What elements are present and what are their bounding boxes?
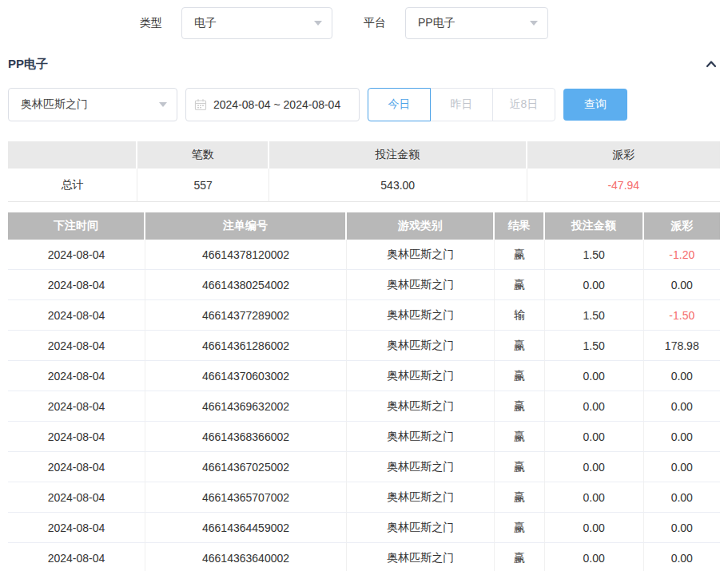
- table-row: 2024-08-0446614364459002奥林匹斯之门赢0.000.00: [8, 513, 720, 543]
- header-order-number: 注单编号: [145, 212, 347, 240]
- cell-bet-amount: 0.00: [545, 482, 644, 513]
- cell-order-number: 46614380254002: [145, 270, 347, 300]
- cell-bet-time: 2024-08-04: [8, 482, 145, 513]
- summary-payout-value: -47.94: [527, 169, 720, 202]
- table-row: 2024-08-0446614380254002奥林匹斯之门赢0.000.00: [8, 270, 720, 300]
- cell-game-category: 奥林匹斯之门: [347, 422, 495, 452]
- table-row: 2024-08-0446614361286002奥林匹斯之门赢1.50178.9…: [8, 331, 720, 361]
- cell-result: 赢: [495, 422, 544, 452]
- cell-bet-time: 2024-08-04: [8, 270, 145, 300]
- header-payout: 派彩: [644, 212, 720, 240]
- cell-bet-time: 2024-08-04: [8, 513, 145, 543]
- cell-game-category: 奥林匹斯之门: [347, 270, 495, 300]
- bets-table: 下注时间 注单编号 游戏类别 结果 投注金额 派彩 2024-08-044661…: [8, 212, 720, 571]
- cell-payout: 0.00: [644, 482, 720, 513]
- cell-payout: 0.00: [644, 270, 720, 300]
- cell-order-number: 46614378120002: [145, 240, 347, 270]
- cell-bet-time: 2024-08-04: [8, 543, 145, 571]
- cell-game-category: 奥林匹斯之门: [347, 240, 495, 270]
- cell-payout: 0.00: [644, 513, 720, 543]
- cell-bet-amount: 0.00: [545, 543, 644, 571]
- header-bet-amount: 投注金额: [545, 212, 644, 240]
- table-row: 2024-08-0446614368366002奥林匹斯之门赢0.000.00: [8, 422, 720, 452]
- cell-bet-amount: 0.00: [545, 361, 644, 391]
- type-select[interactable]: 电子: [181, 7, 332, 39]
- section-header: PP电子: [8, 56, 718, 72]
- cell-payout: 0.00: [644, 391, 720, 422]
- cell-order-number: 46614369632002: [145, 391, 347, 422]
- cell-game-category: 奥林匹斯之门: [347, 543, 495, 571]
- caret-down-icon: [314, 21, 322, 26]
- cell-bet-time: 2024-08-04: [8, 422, 145, 452]
- collapse-button[interactable]: [704, 57, 718, 71]
- cell-result: 赢: [495, 240, 544, 270]
- table-row: 2024-08-0446614363640002奥林匹斯之门赢0.000.00: [8, 543, 720, 571]
- platform-select[interactable]: PP电子: [405, 7, 548, 39]
- table-row: 2024-08-0446614365707002奥林匹斯之门赢0.000.00: [8, 482, 720, 513]
- table-row: 2024-08-0446614367025002奥林匹斯之门赢0.000.00: [8, 452, 720, 482]
- summary-total-row: 总计 557 543.00 -47.94: [8, 169, 720, 202]
- cell-result: 输: [495, 300, 544, 331]
- cell-result: 赢: [495, 331, 544, 361]
- cell-result: 赢: [495, 391, 544, 422]
- today-button[interactable]: 今日: [368, 88, 431, 121]
- calendar-icon: [194, 98, 207, 111]
- cell-bet-time: 2024-08-04: [8, 391, 145, 422]
- search-button[interactable]: 查询: [563, 89, 627, 121]
- cell-bet-time: 2024-08-04: [8, 300, 145, 331]
- cell-game-category: 奥林匹斯之门: [347, 361, 495, 391]
- cell-result: 赢: [495, 513, 544, 543]
- table-row: 2024-08-0446614378120002奥林匹斯之门赢1.50-1.20: [8, 240, 720, 270]
- cell-game-category: 奥林匹斯之门: [347, 452, 495, 482]
- cell-result: 赢: [495, 452, 544, 482]
- cell-order-number: 46614370603002: [145, 361, 347, 391]
- cell-order-number: 46614363640002: [145, 543, 347, 571]
- summary-header-bet-amount: 投注金额: [269, 141, 527, 169]
- last-8-days-button[interactable]: 近8日: [492, 88, 555, 121]
- cell-game-category: 奥林匹斯之门: [347, 391, 495, 422]
- summary-count-value: 557: [137, 169, 269, 202]
- cell-bet-time: 2024-08-04: [8, 240, 145, 270]
- summary-header-row: 笔数 投注金额 派彩: [8, 141, 720, 169]
- cell-order-number: 46614365707002: [145, 482, 347, 513]
- caret-down-icon: [159, 102, 167, 107]
- cell-order-number: 46614368366002: [145, 422, 347, 452]
- caret-down-icon: [530, 21, 538, 26]
- game-select[interactable]: 奥林匹斯之门: [8, 88, 177, 121]
- cell-result: 赢: [495, 543, 544, 571]
- cell-order-number: 46614364459002: [145, 513, 347, 543]
- type-select-value: 电子: [194, 16, 217, 30]
- cell-order-number: 46614367025002: [145, 452, 347, 482]
- section-title: PP电子: [8, 57, 48, 72]
- cell-payout: -1.50: [644, 300, 720, 331]
- summary-total-label: 总计: [8, 169, 137, 202]
- summary-header-payout: 派彩: [527, 141, 720, 169]
- table-row: 2024-08-0446614370603002奥林匹斯之门赢0.000.00: [8, 361, 720, 391]
- cell-result: 赢: [495, 482, 544, 513]
- header-result: 结果: [495, 212, 544, 240]
- yesterday-button[interactable]: 昨日: [430, 88, 493, 121]
- cell-payout: 0.00: [644, 543, 720, 571]
- cell-bet-time: 2024-08-04: [8, 331, 145, 361]
- date-range-value: 2024-08-04 ~ 2024-08-04: [213, 98, 340, 111]
- header-game-category: 游戏类别: [347, 212, 495, 240]
- cell-order-number: 46614377289002: [145, 300, 347, 331]
- table-row: 2024-08-0446614377289002奥林匹斯之门输1.50-1.50: [8, 300, 720, 331]
- cell-game-category: 奥林匹斯之门: [347, 482, 495, 513]
- cell-game-category: 奥林匹斯之门: [347, 331, 495, 361]
- cell-payout: -1.20: [644, 240, 720, 270]
- summary-table: 笔数 投注金额 派彩 总计 557 543.00 -47.94: [8, 141, 720, 202]
- cell-payout: 0.00: [644, 361, 720, 391]
- quick-date-button-group: 今日 昨日 近8日: [368, 88, 555, 121]
- cell-bet-amount: 1.50: [545, 240, 644, 270]
- cell-result: 赢: [495, 361, 544, 391]
- cell-order-number: 46614361286002: [145, 331, 347, 361]
- cell-bet-amount: 0.00: [545, 422, 644, 452]
- summary-header-blank: [8, 141, 137, 169]
- type-label: 类型: [140, 16, 162, 30]
- header-bet-time: 下注时间: [8, 212, 145, 240]
- summary-header-count: 笔数: [137, 141, 269, 169]
- cell-payout: 0.00: [644, 452, 720, 482]
- table-header-row: 下注时间 注单编号 游戏类别 结果 投注金额 派彩: [8, 212, 720, 240]
- date-range-input[interactable]: 2024-08-04 ~ 2024-08-04: [185, 88, 360, 121]
